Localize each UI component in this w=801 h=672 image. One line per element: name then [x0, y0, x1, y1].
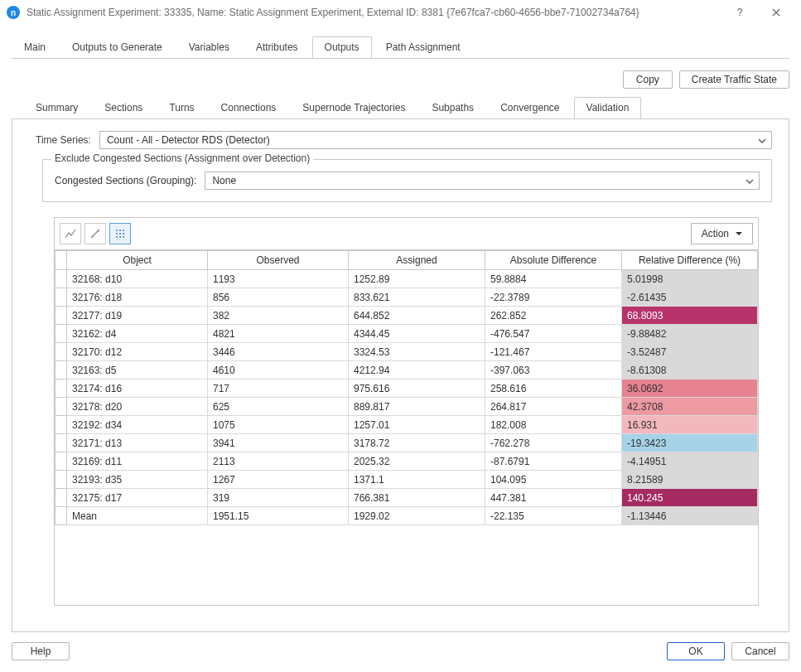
validation-table: Object Observed Assigned Absolute Differ…: [55, 250, 758, 525]
cell-absdiff: -397.063: [485, 361, 622, 380]
svg-point-4: [123, 230, 124, 231]
close-titlebar-button[interactable]: [758, 0, 794, 25]
col-object[interactable]: Object: [67, 251, 208, 270]
cell-assigned: 1371.1: [349, 471, 485, 489]
col-observed[interactable]: Observed: [208, 251, 349, 270]
main-tab-variables[interactable]: Variables: [176, 36, 242, 59]
cell-observed: 4610: [208, 361, 349, 380]
table-row[interactable]: 32171: d1339413178.72-762.278-19.3423: [55, 434, 758, 452]
sub-tab-convergence[interactable]: Convergence: [488, 97, 572, 119]
help-titlebar-button[interactable]: ?: [721, 0, 758, 25]
table-row[interactable]: Mean1951.151929.02-22.135-1.13446: [55, 507, 758, 525]
row-header[interactable]: [55, 398, 67, 416]
row-header[interactable]: [55, 489, 67, 507]
table-row[interactable]: 32162: d448214344.45-476.547-9.88482: [55, 325, 758, 343]
main-tab-path-assignment[interactable]: Path Assignment: [374, 36, 473, 59]
window-title: Static Assignment Experiment: 33335, Nam…: [27, 7, 639, 18]
sub-tab-sections[interactable]: Sections: [92, 97, 155, 119]
question-icon: ?: [737, 7, 743, 18]
cell-observed: 717: [208, 380, 349, 398]
col-reldiff[interactable]: Relative Difference (%): [622, 251, 758, 270]
main-tab-outputs-to-generate[interactable]: Outputs to Generate: [60, 36, 175, 59]
cell-observed: 856: [208, 288, 349, 307]
cell-reldiff: 8.21589: [622, 471, 758, 489]
table-row[interactable]: 32178: d20625889.817264.81742.3708: [55, 398, 758, 416]
cell-object: 32170: d12: [67, 343, 208, 361]
copy-button[interactable]: Copy: [623, 70, 673, 89]
view-mode-2-button[interactable]: [84, 223, 106, 244]
cell-absdiff: 59.8884: [485, 270, 622, 288]
cell-assigned: 644.852: [349, 307, 485, 325]
sub-tab-turns[interactable]: Turns: [157, 97, 206, 119]
table-row[interactable]: 32176: d18856833.621-22.3789-2.61435: [55, 288, 758, 307]
cell-observed: 1951.15: [208, 507, 349, 525]
col-absdiff[interactable]: Absolute Difference: [485, 251, 622, 270]
cell-absdiff: 258.616: [485, 380, 622, 398]
sub-tab-supernode-trajectories[interactable]: Supernode Trajectories: [290, 97, 417, 119]
row-header[interactable]: [55, 343, 67, 361]
table-row[interactable]: 32169: d1121132025.32-87.6791-4.14951: [55, 452, 758, 471]
congested-grouping-value: None: [212, 175, 236, 186]
row-header[interactable]: [55, 270, 67, 288]
chevron-down-icon: [758, 137, 766, 145]
cell-reldiff: -9.88482: [622, 325, 758, 343]
table-row[interactable]: 32193: d3512671371.1104.0958.21589: [55, 471, 758, 489]
row-header[interactable]: [55, 288, 67, 307]
table-row[interactable]: 32163: d546104212.94-397.063-8.61308: [55, 361, 758, 380]
help-button[interactable]: Help: [12, 642, 70, 660]
row-header[interactable]: [55, 380, 67, 398]
view-mode-grid-button[interactable]: [109, 223, 131, 244]
main-tab-outputs[interactable]: Outputs: [312, 36, 372, 59]
cell-absdiff: -476.547: [485, 325, 622, 343]
cell-object: Mean: [67, 507, 208, 525]
col-assigned[interactable]: Assigned: [349, 251, 485, 270]
row-header[interactable]: [55, 471, 67, 489]
svg-point-0: [92, 235, 94, 237]
congested-grouping-label: Congested Sections (Grouping):: [55, 175, 196, 186]
table-row[interactable]: 32168: d1011931252.8959.88845.01998: [55, 270, 758, 288]
cell-object: 32177: d19: [67, 307, 208, 325]
main-tab-attributes[interactable]: Attributes: [244, 36, 311, 59]
table-corner[interactable]: [55, 251, 67, 270]
table-row[interactable]: 32170: d1234463324.53-121.467-3.52487: [55, 343, 758, 361]
svg-point-3: [119, 230, 121, 231]
chart-line-icon: [65, 228, 76, 239]
row-header[interactable]: [55, 507, 67, 525]
cell-object: 32162: d4: [67, 325, 208, 343]
row-header[interactable]: [55, 452, 67, 471]
svg-point-10: [123, 236, 124, 238]
row-header[interactable]: [55, 416, 67, 434]
main-tab-main[interactable]: Main: [12, 36, 58, 59]
cell-object: 32174: d16: [67, 380, 208, 398]
row-header[interactable]: [55, 307, 67, 325]
cell-object: 32171: d13: [67, 434, 208, 452]
sub-tab-summary[interactable]: Summary: [23, 97, 90, 119]
row-header[interactable]: [55, 325, 67, 343]
ok-button[interactable]: OK: [667, 642, 725, 660]
cell-absdiff: 447.381: [485, 489, 622, 507]
table-row[interactable]: 32192: d3410751257.01182.00816.931: [55, 416, 758, 434]
row-header[interactable]: [55, 434, 67, 452]
chevron-down-icon: [746, 177, 754, 186]
table-row[interactable]: 32175: d17319766.381447.381140.245: [55, 489, 758, 507]
cell-reldiff: 5.01998: [622, 270, 758, 288]
svg-point-7: [123, 233, 124, 234]
action-dropdown[interactable]: Action: [691, 223, 753, 244]
cancel-button[interactable]: Cancel: [731, 642, 789, 660]
row-header[interactable]: [55, 361, 67, 380]
svg-point-8: [116, 236, 118, 238]
view-mode-1-button[interactable]: [60, 223, 81, 244]
cell-assigned: 4212.94: [349, 361, 485, 380]
sub-tab-validation[interactable]: Validation: [574, 97, 642, 119]
cell-reldiff: -8.61308: [622, 361, 758, 380]
cell-observed: 319: [208, 489, 349, 507]
table-row[interactable]: 32174: d16717975.616258.61636.0692: [55, 380, 758, 398]
sub-tab-subpaths[interactable]: Subpaths: [419, 97, 486, 119]
time-series-select[interactable]: Count - All - Detector RDS (Detector): [99, 131, 772, 149]
sub-tab-connections[interactable]: Connections: [209, 97, 289, 119]
congested-grouping-select[interactable]: None: [205, 172, 760, 190]
table-row[interactable]: 32177: d19382644.852262.85268.8093: [55, 307, 758, 325]
create-traffic-state-button[interactable]: Create Traffic State: [679, 70, 789, 89]
cell-reldiff: 68.8093: [622, 307, 758, 325]
cell-observed: 382: [208, 307, 349, 325]
